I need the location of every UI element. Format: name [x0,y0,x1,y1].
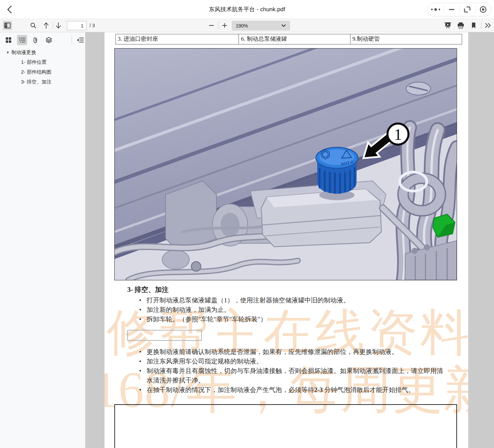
pdf-viewer-area[interactable]: 修帮主在线资料库 168/年，每周更新 3. 进油口密封座6. 制动总泵储液罐9… [86,32,494,448]
outline-item-label: 制动液更换 [12,49,36,56]
zoom-level-value: 190% [236,23,281,29]
restore-button[interactable] [460,3,475,16]
outline-item-label: 1- 部件位置 [21,59,46,66]
collapse-left-icon [77,37,84,43]
note-text: 在抽干制动液的情况下，加注制动液会产生气泡，必须等待 [147,386,314,393]
note-line: 更换制动液前请确认制动系统是否泄漏，如果有，应先维修泄漏的部位，再更换制动液。 [139,347,467,357]
reservoir-cap: DOT 4 [316,147,358,194]
toggle-sidebar-button[interactable] [3,21,12,30]
toolbar-divider [53,22,53,29]
note-line: 制动液有毒并且有腐蚀性，切勿与车身油漆接触，否则会损坏油漆。如果制动液溅到漆面上… [139,366,467,376]
search-button[interactable] [28,21,38,30]
note-line: 加注东风乘用车公司指定规格的制动液。 [139,357,467,366]
outline-tree: ▼制动液更换1- 部件位置2- 部件结构图3- 排空、加注 [0,48,86,87]
note-text: 分钟气泡消散后才能开始排气。 [323,386,415,393]
figure-frame: DOT 4 [114,48,457,280]
note-text-bold: 2-3 [314,386,323,393]
caret-down-icon[interactable]: ▼ [4,51,12,54]
layers-icon [45,37,52,43]
pdf-toolbar: / 3 190% [0,19,494,32]
note-line: 水清洗并擦拭干净。 [139,376,467,385]
note-line: 在抽干制动液的情况下，加注制动液会产生气泡，必须等待2-3 分钟气泡消散后才能开… [139,385,467,395]
page-number-input[interactable] [67,21,87,30]
more-tools-button[interactable] [483,21,493,30]
bookmark-button[interactable] [469,21,478,30]
record-target-icon [479,5,487,14]
window-title: 东风技术肮务平台 - chunk.pdf [0,0,494,19]
record-target-button[interactable] [475,3,491,16]
printer-icon [457,22,464,29]
parts-table-cell: 9.制动硬管 [350,34,462,44]
bookmark-icon [471,22,476,29]
minimize-button[interactable] [444,3,459,16]
sidebar-tabs [0,32,86,48]
note-item: 制动液有毒并且有腐蚀性，切勿与车身油漆接触，否则会损坏油漆。如果制动液溅到漆面上… [139,366,467,385]
previous-page-button[interactable] [41,21,51,30]
thumbnails-tab[interactable] [3,35,14,45]
sidebar-panel-icon [4,22,11,29]
chevron-down-icon [281,24,286,27]
viewer-content: ▼制动液更换1- 部件位置2- 部件结构图3- 排空、加注 修帮主在线资料库 1… [0,32,494,448]
parts-table: 3. 进油口密封座6. 制动总泵储液罐9.制动硬管 [115,34,462,44]
attachments-tab[interactable] [31,35,41,45]
note-text: 制动液有毒并且有腐蚀性，切勿与车身油漆接触，否则会损坏油漆。如果制动液溅到漆面上… [147,367,443,374]
brake-fluid-reservoir [250,181,386,247]
layers-tab[interactable] [44,35,54,45]
parts-table-cell: 3. 进油口密封座 [116,34,239,44]
zoom-out-button[interactable] [207,21,216,30]
note-text: 加注东风乘用车公司指定规格的制动液。 [147,358,263,365]
callout-number: 1 [394,126,402,143]
restore-icon [463,6,471,13]
note-item: 更换制动液前请确认制动系统是否泄漏，如果有，应先维修泄漏的部位，再更换制动液。 [139,347,467,357]
bullet-item: 加注新的制动液，加满为止。 [139,305,465,315]
engine-illustration: DOT 4 [115,49,457,280]
window-titlebar: 东风技术肮务平台 - chunk.pdf [0,0,494,19]
grid-icon [5,37,12,43]
outline-item[interactable]: 1- 部件位置 [0,57,86,67]
presentation-mode-button[interactable] [443,21,453,30]
note-text: 水清洗并擦拭干净。 [147,377,205,384]
minimize-icon [448,8,455,11]
arrow-down-icon [55,22,62,29]
more-options-button[interactable] [428,3,443,16]
outline-item-label: 2- 部件结构图 [21,69,51,75]
next-page-button[interactable] [54,21,63,30]
arrow-up-icon [43,22,50,29]
presentation-icon [444,22,452,29]
section-heading: 3- 排空、加注 [127,285,169,294]
zoom-level-select[interactable]: 190% [232,21,290,31]
bottom-table-box [114,404,457,448]
parts-table-cell: 6. 制动总泵储液罐 [239,34,350,44]
paperclip-icon [32,37,38,43]
toolbar-divider [218,22,219,29]
outline-item-label: 3- 排空、加注 [21,79,51,85]
sidebar: ▼制动液更换1- 部件位置2- 部件结构图3- 排空、加注 [0,32,86,448]
minus-icon [208,22,214,29]
window-controls [428,3,491,16]
note-text: 更换制动液前请确认制动系统是否泄漏，如果有，应先维修泄漏的部位，再更换制动液。 [147,348,398,355]
collapse-outline-button[interactable] [75,35,86,45]
bullet-list: 打开制动液总泵储液罐盖（1），使用注射器抽空储液罐中旧的制动液。加注新的制动液，… [139,296,465,324]
page-total-label: / 3 [90,23,95,28]
note-item: 加注东风乘用车公司指定规格的制动液。 [139,357,467,366]
print-button[interactable] [456,21,466,30]
toolbar-divider [481,22,481,29]
bullet-item: 拆卸车轮。（参照"车轮"章节"车轮拆装"） [139,315,465,324]
callout-number-badge: 1 [387,124,408,145]
plus-icon [222,22,228,29]
empty-field-box[interactable] [127,330,202,341]
zoom-in-button[interactable] [220,21,229,30]
more-options-icon [430,7,441,12]
notes-list: 更换制动液前请确认制动系统是否泄漏，如果有，应先维修泄漏的部位，再更换制动液。加… [139,347,467,395]
note-item: 在抽干制动液的情况下，加注制动液会产生气泡，必须等待2-3 分钟气泡消散后才能开… [139,385,467,395]
search-icon [30,22,37,29]
double-chevron-right-icon [484,22,492,29]
outline-item[interactable]: 3- 排空、加注 [0,77,86,87]
pdf-page: 修帮主在线资料库 168/年，每周更新 3. 进油口密封座6. 制动总泵储液罐9… [104,32,468,448]
bulleted-list-icon [19,37,25,43]
sidebar-divider [72,36,72,44]
bullet-item: 打开制动液总泵储液罐盖（1），使用注射器抽空储液罐中旧的制动液。 [139,296,465,305]
outline-item[interactable]: 2- 部件结构图 [0,67,86,77]
outline-tab[interactable] [17,35,27,45]
outline-item[interactable]: ▼制动液更换 [0,48,86,57]
